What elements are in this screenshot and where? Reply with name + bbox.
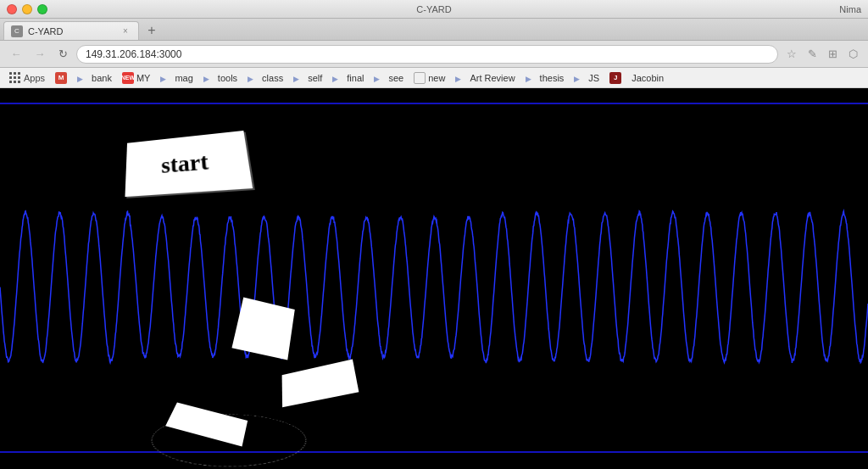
- bookmark-gmail[interactable]: M: [51, 70, 71, 86]
- page-icon: [414, 72, 426, 84]
- address-actions: ☆ ✎ ⊞ ⬡: [783, 46, 861, 63]
- bookmark-js[interactable]: JS: [570, 71, 604, 85]
- bookmark-jacobin-j[interactable]: J: [605, 70, 626, 86]
- bookmark-new-label: new: [428, 73, 445, 83]
- gmail-icon: M: [55, 72, 67, 84]
- new-badge-icon: NEW: [122, 72, 134, 84]
- bookmark-tools[interactable]: tools: [199, 71, 242, 85]
- tab-favicon: C: [11, 25, 23, 37]
- bookmark-self-label: self: [308, 73, 322, 83]
- forward-button[interactable]: →: [31, 45, 49, 64]
- folder-icon: [293, 73, 305, 83]
- grid-icon[interactable]: ⊞: [824, 46, 841, 63]
- folder-icon: [455, 73, 467, 83]
- bookmark-bank[interactable]: bank: [73, 71, 116, 85]
- bookmark-new[interactable]: new: [409, 70, 449, 86]
- minimize-button[interactable]: [22, 4, 32, 14]
- address-bar: ← → ↻ 149.31.206.184:3000 ☆ ✎ ⊞ ⬡: [0, 41, 868, 68]
- start-card[interactable]: start: [125, 131, 253, 197]
- share-icon[interactable]: ⬡: [844, 46, 861, 63]
- bookmark-self[interactable]: self: [289, 71, 326, 85]
- tab-label: C-YARD: [28, 26, 63, 36]
- folder-icon: [160, 73, 172, 83]
- bookmark-thesis[interactable]: thesis: [521, 71, 569, 85]
- folder-icon: [374, 73, 386, 83]
- folder-icon: [332, 73, 344, 83]
- apps-grid-icon: [9, 72, 21, 84]
- tab-bar: C C-YARD × +: [0, 19, 868, 41]
- extension-icon[interactable]: ✎: [804, 46, 821, 63]
- reload-button[interactable]: ↻: [54, 46, 71, 63]
- new-tab-button[interactable]: +: [141, 21, 163, 40]
- shape-diamond-1: [231, 298, 294, 360]
- bookmark-mag[interactable]: mag: [156, 71, 197, 85]
- window-title: C-YARD: [416, 4, 451, 14]
- folder-icon: [574, 73, 586, 83]
- start-label: start: [161, 148, 209, 179]
- content-area: start: [0, 88, 868, 469]
- apps-label: Apps: [24, 73, 45, 83]
- bookmark-final[interactable]: final: [328, 71, 368, 85]
- url-text: 149.31.206.184:3000: [86, 48, 181, 60]
- bookmark-star-icon[interactable]: ☆: [783, 46, 800, 63]
- bookmark-class-label: class: [262, 73, 283, 83]
- bookmark-my[interactable]: NEW MY: [118, 70, 155, 86]
- shapes-container: [127, 275, 398, 469]
- bookmark-jacobin[interactable]: Jacobin: [627, 71, 668, 85]
- bookmarks-bar: Apps M bank NEW MY mag tools class self: [0, 68, 868, 88]
- active-tab[interactable]: C C-YARD ×: [3, 21, 139, 40]
- bookmark-my-label: MY: [136, 73, 151, 83]
- folder-icon: [248, 73, 259, 83]
- window-controls: [7, 4, 47, 14]
- back-button[interactable]: ←: [7, 45, 25, 64]
- apps-button[interactable]: Apps: [5, 70, 49, 86]
- bookmark-class[interactable]: class: [243, 71, 287, 85]
- maximize-button[interactable]: [37, 4, 47, 14]
- title-bar: C-YARD Nima: [0, 0, 868, 19]
- bookmark-final-label: final: [347, 73, 364, 83]
- bookmark-artreview-label: Art Review: [470, 73, 515, 83]
- bookmark-see[interactable]: see: [370, 71, 408, 85]
- user-label: Nima: [839, 4, 861, 14]
- close-button[interactable]: [7, 4, 17, 14]
- folder-icon: [77, 73, 89, 83]
- bookmark-see-label: see: [388, 73, 403, 83]
- chrome-window: C-YARD Nima C C-YARD × + ← → ↻ 149.31.20…: [0, 0, 868, 469]
- tab-close-button[interactable]: ×: [120, 25, 131, 37]
- bookmark-thesis-label: thesis: [540, 73, 565, 83]
- folder-icon: [203, 73, 215, 83]
- bookmark-tools-label: tools: [218, 73, 237, 83]
- bookmark-js-label: JS: [588, 73, 599, 83]
- bookmark-bank-label: bank: [92, 73, 112, 83]
- bookmark-artreview[interactable]: Art Review: [451, 71, 519, 85]
- jacobin-icon: J: [609, 72, 621, 84]
- bookmark-mag-label: mag: [175, 73, 192, 83]
- shape-parallelogram-1: [282, 359, 359, 407]
- folder-icon: [526, 73, 537, 83]
- url-input[interactable]: 149.31.206.184:3000: [76, 45, 778, 64]
- bookmark-jacobin-label: Jacobin: [632, 73, 664, 83]
